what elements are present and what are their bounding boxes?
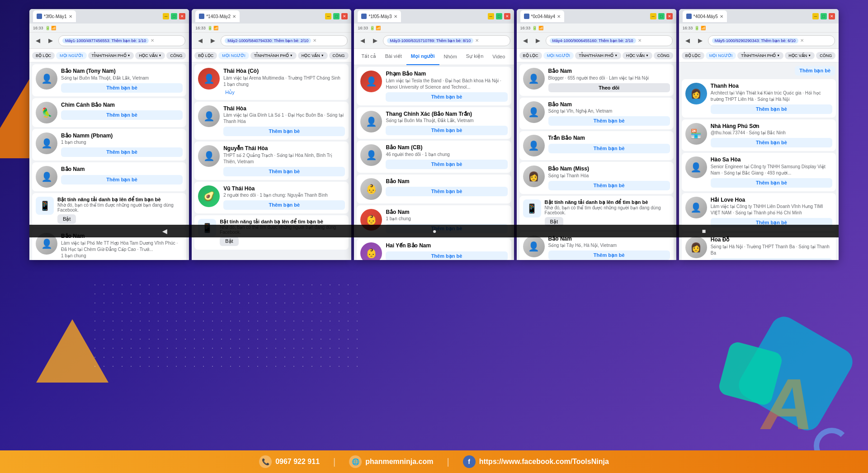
win-max-5[interactable]: □	[821, 13, 827, 19]
address-bar-1[interactable]: Máy1-1000/4977456553: Thêm bạn bè: 1/10 …	[58, 35, 185, 46]
win-max-1[interactable]: □	[171, 13, 177, 19]
address-bar-4[interactable]: Máy4-1000/9006455160: Thêm bạn bè: 2/10 …	[546, 35, 673, 46]
add-friend-button[interactable]: Thêm bạn bè	[223, 200, 345, 210]
cancel-request-button[interactable]: Hủy	[223, 89, 236, 96]
add-friend-button[interactable]: Thêm bạn bè	[386, 126, 507, 135]
address-bar-5[interactable]: Máy5-1000/9290290343: Thêm bạn bè: 6/10 …	[708, 35, 835, 46]
add-friend-button[interactable]: Thêm bạn bè	[548, 116, 670, 126]
back-btn-2[interactable]: ◀	[195, 36, 205, 46]
add-friend-button[interactable]: Thêm bạn bè	[711, 258, 832, 260]
win-close-3[interactable]: ✕	[504, 13, 510, 19]
tab-close-4[interactable]: ✕	[557, 14, 561, 19]
filter-tinh-2[interactable]: TỈNH/THÀNH PHỐ ▼	[250, 52, 297, 59]
filter-moi-nguoi-5[interactable]: MỌI NGƯỜI	[706, 52, 736, 59]
win-max-3[interactable]: □	[496, 13, 502, 19]
address-bar-3[interactable]: Máy3-1000/6315710789: Thêm bạn bè: 8/10 …	[383, 35, 510, 46]
person-name: Bảo Nam	[61, 166, 183, 173]
filter-bo-loc-2[interactable]: BỘ LỌC	[194, 52, 217, 59]
tab-tat-ca[interactable]: Tất cả	[357, 49, 380, 65]
win-close-1[interactable]: ✕	[179, 13, 185, 19]
win-min-1[interactable]: ─	[163, 13, 169, 19]
person-card: 🥑 Vũ Thái Hòa 2 người theo dõi · 1 bạn c…	[194, 182, 349, 214]
tab-close-3[interactable]: ✕	[394, 14, 397, 19]
back-btn-4[interactable]: ◀	[520, 36, 530, 46]
add-friend-button[interactable]: Thêm bạn bè	[61, 110, 183, 120]
win-max-4[interactable]: □	[658, 13, 665, 19]
forward-btn-5[interactable]: ▶	[695, 36, 705, 46]
filter-cong-5[interactable]: CÔNG	[816, 52, 835, 59]
addr-close-5[interactable]: ✕	[800, 38, 804, 43]
feature-activate-button[interactable]: Bật	[57, 214, 76, 224]
tab-close-5[interactable]: ✕	[720, 14, 723, 19]
filter-moi-nguoi-2[interactable]: MỌI NGƯỜI	[218, 52, 249, 59]
forward-btn-1[interactable]: ▶	[46, 36, 56, 46]
add-friend-button[interactable]: Thêm bạn bè	[386, 92, 507, 102]
addr-close-4[interactable]: ✕	[638, 38, 642, 43]
forward-btn-2[interactable]: ▶	[208, 36, 218, 46]
them-ban-be-header-button[interactable]: Thêm bạn bè	[795, 66, 835, 76]
tab-2[interactable]: *1403-Máy2 ✕	[195, 10, 240, 22]
tab-anh[interactable]: Ảnh	[509, 49, 514, 65]
add-friend-button[interactable]: Thêm bạn bè	[386, 187, 507, 196]
addr-close-3[interactable]: ✕	[475, 38, 479, 43]
filter-bo-loc-4[interactable]: BỘ LỌC	[519, 52, 542, 59]
nav-recent[interactable]: ■	[702, 227, 706, 235]
add-friend-button[interactable]: Thêm bạn bè	[548, 181, 670, 190]
filter-hoc-van-1[interactable]: HỌC VẤN ▼	[135, 52, 165, 59]
filter-hoc-van-5[interactable]: HỌC VẤN ▼	[785, 52, 815, 59]
tab-4[interactable]: *0c04-Máy4 ✕	[520, 10, 564, 22]
add-friend-button[interactable]: Thêm bạn bè	[711, 178, 832, 188]
forward-btn-3[interactable]: ▶	[370, 36, 380, 46]
win-close-5[interactable]: ✕	[829, 13, 835, 19]
filter-bo-loc-5[interactable]: BỘ LỌC	[682, 52, 704, 59]
back-btn-1[interactable]: ◀	[33, 36, 43, 46]
tab-3[interactable]: *1f05-Máy3 ✕	[358, 10, 401, 22]
add-friend-button[interactable]: Thêm bạn bè	[61, 147, 183, 157]
addr-close-2[interactable]: ✕	[313, 38, 316, 43]
filter-cong-4[interactable]: CÔNG	[654, 52, 673, 59]
tab-bai-viet[interactable]: Bài viết	[381, 49, 406, 65]
tab-5[interactable]: *4004-Máy5 ✕	[683, 10, 727, 22]
tab-video[interactable]: Video	[488, 49, 509, 65]
win-close-2[interactable]: ✕	[341, 13, 348, 19]
address-bar-2[interactable]: Máy2-1000/5840794330: Thêm bạn bè: 2/10 …	[221, 35, 348, 46]
filter-moi-nguoi-4[interactable]: MỌI NGƯỜI	[543, 52, 574, 59]
add-friend-button[interactable]: Thêm bạn bè	[711, 138, 832, 147]
tab-nhom[interactable]: Nhóm	[439, 49, 462, 65]
filter-tinh-1[interactable]: TỈNH/THÀNH PHỐ ▼	[88, 52, 134, 59]
filter-cong-2[interactable]: CÔNG	[329, 52, 349, 59]
back-btn-5[interactable]: ◀	[683, 36, 693, 46]
tab-close-2[interactable]: ✕	[232, 14, 236, 19]
filter-cong-1[interactable]: CÔNG	[166, 52, 186, 59]
win-min-3[interactable]: ─	[488, 13, 494, 19]
tab-su-kien[interactable]: Sự kiện	[462, 49, 488, 65]
tab-moi-nguoi[interactable]: Mọi người	[406, 49, 439, 65]
addr-close-1[interactable]: ✕	[151, 38, 154, 43]
win-close-4[interactable]: ✕	[666, 13, 673, 19]
follow-button[interactable]: Theo dõi	[548, 83, 670, 92]
forward-btn-4[interactable]: ▶	[533, 36, 543, 46]
add-friend-button[interactable]: Thêm bạn bè	[548, 144, 670, 153]
feature-activate-button[interactable]: Bật	[220, 236, 238, 246]
add-friend-button[interactable]: Thêm bạn bè	[223, 127, 345, 136]
add-friend-button[interactable]: Thêm bạn bè	[548, 251, 670, 260]
tab-1[interactable]: *3f0c-Máy1 ✕	[33, 10, 76, 22]
win-max-2[interactable]: □	[333, 13, 340, 19]
add-friend-button[interactable]: Thêm bạn bè	[386, 251, 507, 260]
back-btn-3[interactable]: ◀	[358, 36, 368, 46]
filter-hoc-van-2[interactable]: HỌC VẤN ▼	[298, 52, 328, 59]
add-friend-button[interactable]: Thêm bạn bè	[223, 167, 345, 176]
filter-bo-loc-1[interactable]: BỘ LỌC	[32, 52, 55, 59]
win-min-2[interactable]: ─	[325, 13, 331, 19]
tab-close-1[interactable]: ✕	[69, 14, 72, 19]
filter-tinh-5[interactable]: TỈNH/THÀNH PHỐ ▼	[737, 52, 783, 59]
add-friend-button[interactable]: Thêm bạn bè	[386, 160, 507, 169]
add-friend-button[interactable]: Thêm bạn bè	[61, 83, 183, 93]
filter-moi-nguoi-1[interactable]: MỌI NGƯỜI	[56, 52, 87, 59]
add-friend-button[interactable]: Thêm bạn bè	[711, 104, 832, 114]
filter-tinh-4[interactable]: TỈNH/THÀNH PHỐ ▼	[575, 52, 621, 59]
filter-hoc-van-4[interactable]: HỌC VẤN ▼	[623, 52, 652, 59]
win-min-4[interactable]: ─	[650, 13, 656, 19]
win-min-5[interactable]: ─	[812, 13, 819, 19]
add-friend-button[interactable]: Thêm bạn bè	[61, 175, 183, 184]
